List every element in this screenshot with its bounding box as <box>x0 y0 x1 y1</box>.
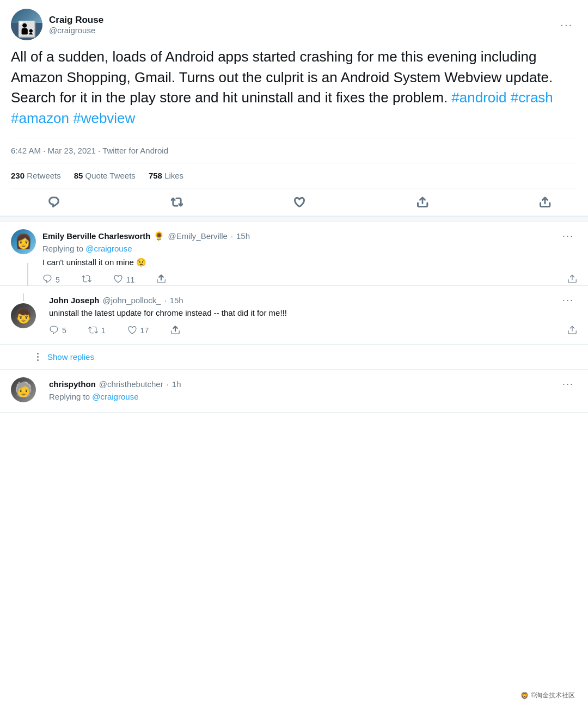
reply-count: 5 <box>62 326 66 335</box>
tweet-actions <box>11 188 577 216</box>
reply-reply-button[interactable]: 5 <box>42 274 60 285</box>
thread-dots <box>37 353 39 361</box>
share-icon <box>539 196 551 208</box>
reply-emoji: 🌻 <box>154 231 164 241</box>
bookmark-reply-button[interactable] <box>156 274 166 285</box>
reply-icon <box>42 274 52 285</box>
reply-more-button[interactable]: ··· <box>559 377 577 391</box>
reply-item: Emily Berville Charlesworth 🌻 @Emily_Ber… <box>0 222 588 286</box>
reply-author-name: chrispython <box>49 379 96 389</box>
quote-label: Quote Tweets <box>85 171 136 180</box>
reply-to-handle[interactable]: @craigrouse <box>85 244 132 253</box>
reply-header: chrispython @christhebutcher · 1h ··· Re… <box>11 377 577 404</box>
retweet-count: 1 <box>101 326 106 335</box>
reply-author-name: John Joseph <box>49 296 100 305</box>
avatar <box>11 377 36 402</box>
reply-name-info: Emily Berville Charlesworth 🌻 @Emily_Ber… <box>42 231 250 241</box>
share-reply-button[interactable] <box>567 274 577 285</box>
bookmark-icon <box>170 325 180 336</box>
reply-header: John Joseph @john_pollock_ · 15h ··· uni… <box>11 293 577 336</box>
likes-stat[interactable]: 758 Likes <box>149 171 183 180</box>
quote-tweet-stat[interactable]: 85 Quote Tweets <box>74 171 136 180</box>
show-replies-label: Show replies <box>47 352 94 361</box>
retweet-count: 230 <box>11 171 24 180</box>
tweet-stats: 230 Retweets 85 Quote Tweets 758 Likes <box>11 163 577 188</box>
bookmark-icon <box>416 196 428 208</box>
dot <box>37 359 39 361</box>
reply-handle: @Emily_Berville <box>168 231 227 241</box>
reply-name-info: John Joseph @john_pollock_ · 15h <box>49 296 183 305</box>
author-handle: @craigrouse <box>49 26 103 35</box>
like-count: 11 <box>126 275 135 284</box>
reply-count: 5 <box>56 275 60 284</box>
reply-text: uninstall the latest update for chrome i… <box>49 307 577 320</box>
more-button[interactable]: ··· <box>556 16 577 33</box>
reply-to: Replying to @craigrouse <box>49 392 577 401</box>
reply-content: John Joseph @john_pollock_ · 15h ··· uni… <box>49 293 577 336</box>
dot <box>37 356 39 358</box>
reply-handle: @christhebutcher <box>99 379 163 389</box>
avatar <box>11 9 42 40</box>
dot <box>37 353 39 354</box>
like-count: 17 <box>140 326 149 335</box>
reply-item: John Joseph @john_pollock_ · 15h ··· uni… <box>0 286 588 345</box>
retweet-reply-button[interactable]: 1 <box>88 325 106 336</box>
author-name: Craig Rouse <box>49 15 103 26</box>
reply-handle: @john_pollock_ <box>103 296 161 305</box>
reply-content: Emily Berville Charlesworth 🌻 @Emily_Ber… <box>42 229 577 286</box>
reply-more-button[interactable]: ··· <box>559 293 577 307</box>
reply-more-button[interactable]: ··· <box>559 229 577 243</box>
likes-count: 758 <box>149 171 162 180</box>
avatar <box>11 303 36 328</box>
retweet-label: Retweets <box>27 171 61 180</box>
share-button[interactable] <box>535 192 555 212</box>
tweet-author: Craig Rouse @craigrouse <box>11 9 103 40</box>
reply-text: I can't uninstall it on mine 😟 <box>42 256 577 269</box>
share-icon <box>567 325 577 336</box>
reply-name-row: Emily Berville Charlesworth 🌻 @Emily_Ber… <box>42 229 577 243</box>
reply-dot: · <box>167 379 169 389</box>
reply-reply-button[interactable]: 5 <box>49 325 66 336</box>
reply-time: 15h <box>236 231 250 241</box>
reply-name-row: John Joseph @john_pollock_ · 15h ··· <box>49 293 577 307</box>
reply-icon <box>48 196 60 208</box>
show-replies-button[interactable]: Show replies <box>0 345 588 370</box>
reply-to: Replying to @craigrouse <box>42 244 577 253</box>
reply-name-row: chrispython @christhebutcher · 1h ··· <box>49 377 577 391</box>
like-button[interactable] <box>289 192 310 212</box>
retweet-reply-button[interactable] <box>82 274 91 285</box>
like-reply-button[interactable]: 17 <box>127 325 149 336</box>
tweet-meta: 6:42 AM · Mar 23, 2021 · Twitter for And… <box>11 138 577 163</box>
reply-name-info: chrispython @christhebutcher · 1h <box>49 379 181 389</box>
main-tweet: Craig Rouse @craigrouse ··· All of a sud… <box>0 0 588 216</box>
bookmark-reply-button[interactable] <box>170 325 180 336</box>
reply-header: Emily Berville Charlesworth 🌻 @Emily_Ber… <box>11 229 577 286</box>
reply-time: 15h <box>170 296 183 305</box>
tweet-header: Craig Rouse @craigrouse ··· <box>11 9 577 40</box>
reply-time: 1h <box>172 379 181 389</box>
avatar <box>11 229 36 254</box>
retweet-stat[interactable]: 230 Retweets <box>11 171 61 180</box>
reply-icon <box>49 325 59 336</box>
reply-author-name: Emily Berville Charlesworth <box>42 231 150 241</box>
reply-item: chrispython @christhebutcher · 1h ··· Re… <box>0 370 588 413</box>
section-divider <box>0 216 588 222</box>
reply-to-handle[interactable]: @craigrouse <box>92 392 138 401</box>
reply-button[interactable] <box>44 192 64 212</box>
like-reply-button[interactable]: 11 <box>113 274 135 285</box>
retweet-button[interactable] <box>167 192 187 212</box>
retweet-icon <box>88 325 98 336</box>
reply-dot: · <box>231 231 233 241</box>
share-reply-button[interactable] <box>567 325 577 336</box>
quote-count: 85 <box>74 171 83 180</box>
bookmark-button[interactable] <box>412 192 433 212</box>
heart-icon <box>293 196 305 208</box>
reply-content: chrispython @christhebutcher · 1h ··· Re… <box>49 377 577 404</box>
heart-icon <box>113 274 123 285</box>
share-icon <box>567 274 577 285</box>
replies-section: Emily Berville Charlesworth 🌻 @Emily_Ber… <box>0 222 588 413</box>
tweet-content: All of a sudden, loads of Android apps s… <box>11 47 577 129</box>
likes-label: Likes <box>164 171 183 180</box>
reply-actions: 5 1 17 <box>49 325 577 336</box>
author-info: Craig Rouse @craigrouse <box>49 15 103 35</box>
